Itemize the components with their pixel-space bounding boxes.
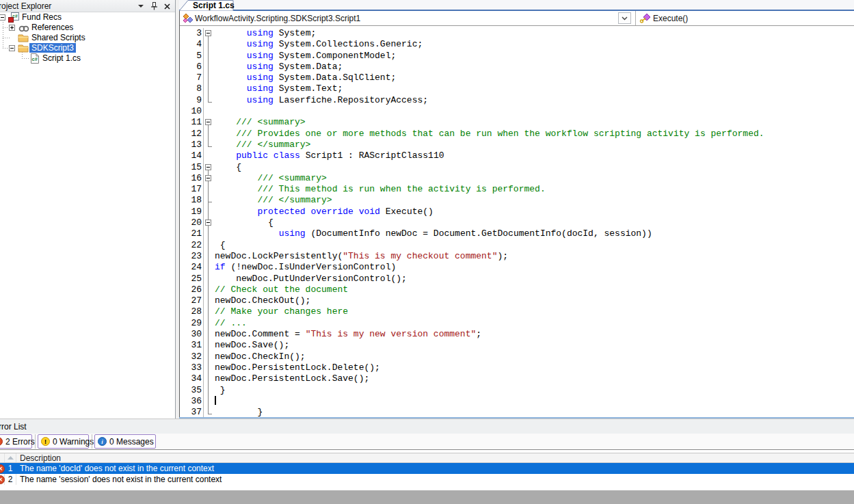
code-text[interactable]: if (!newDoc.IsUnderVersionControl)	[215, 262, 396, 273]
code-line-24[interactable]: 24if (!newDoc.IsUnderVersionControl)	[180, 262, 854, 273]
collapse-icon[interactable]	[9, 45, 15, 51]
code-line-19[interactable]: 19 protected override void Execute()	[180, 207, 854, 217]
code-text[interactable]: newDoc.LockPersistently("This is my chec…	[215, 251, 508, 262]
code-text[interactable]: newDoc.PersistentLock.Save();	[215, 373, 369, 384]
tree-item-shared-scripts[interactable]: Shared Scripts	[0, 33, 175, 43]
error-list-filter-2-errors[interactable]: ✕2 Errors	[0, 434, 32, 449]
description-column-header[interactable]: Description	[16, 453, 854, 462]
code-text[interactable]: using System.Collections.Generic;	[215, 39, 423, 50]
code-text[interactable]: /// <summary>	[215, 173, 327, 184]
code-text[interactable]: newDoc.Comment = "This is my new version…	[215, 329, 481, 340]
collapse-icon[interactable]	[0, 14, 5, 21]
code-text[interactable]: /// </summary>	[215, 140, 310, 150]
code-line-5[interactable]: 5 using System.ComponentModel;	[180, 51, 854, 62]
code-line-13[interactable]: 13 /// </summary>	[180, 140, 854, 150]
code-text[interactable]: /// Provides one or more methods that ca…	[215, 129, 764, 140]
window-position-icon[interactable]	[137, 2, 145, 10]
code-line-30[interactable]: 30newDoc.Comment = "This is my new versi…	[180, 329, 854, 340]
tree-item-label[interactable]: Fund Recs	[20, 12, 64, 22]
code-line-37[interactable]: 37 }	[180, 407, 854, 417]
error-row-2[interactable]: ✕2The name 'session' does not exist in t…	[0, 474, 854, 485]
code-text[interactable]: // Check out the document	[215, 284, 348, 295]
code-line-12[interactable]: 12 /// Provides one or more methods that…	[180, 129, 854, 140]
code-text[interactable]: public class Script1 : RAScriptClass110	[215, 150, 444, 161]
code-text[interactable]: using System.ComponentModel;	[215, 51, 396, 62]
code-line-33[interactable]: 33newDoc.PersistentLock.Delete();	[180, 362, 854, 373]
error-list-filter-0-messages[interactable]: i0 Messages	[94, 434, 156, 449]
code-text[interactable]: newDoc.PersistentLock.Delete();	[215, 362, 380, 373]
code-line-4[interactable]: 4 using System.Collections.Generic;	[180, 39, 854, 50]
class-combobox[interactable]: WorkflowActivity.Scripting.SDKScript3.Sc…	[195, 14, 360, 23]
close-icon[interactable]	[163, 2, 171, 10]
outline-collapse-icon[interactable]	[205, 164, 211, 170]
sort-asc-icon[interactable]	[5, 453, 16, 462]
tree-item-label[interactable]: References	[29, 23, 75, 32]
error-list-filter-0-warnings[interactable]: !0 Warnings	[38, 434, 89, 449]
code-line-18[interactable]: 18 /// </summary>	[180, 195, 854, 206]
pin-icon[interactable]	[150, 2, 158, 10]
code-text[interactable]: using (DocumentInfo newDoc = Document.Ge…	[215, 228, 652, 239]
code-line-32[interactable]: 32newDoc.CheckIn();	[180, 352, 854, 362]
outline-collapse-icon[interactable]	[205, 220, 211, 226]
code-text[interactable]: /// This method is run when the activity…	[215, 184, 546, 195]
class-combobox-dropdown-icon[interactable]	[618, 12, 631, 24]
code-text[interactable]: /// </summary>	[215, 195, 332, 206]
code-line-20[interactable]: 20 {	[180, 217, 854, 228]
error-grid-icon-column-header[interactable]	[0, 453, 5, 462]
tab-script1[interactable]: Script 1.cs	[179, 0, 234, 11]
code-text[interactable]: protected override void Execute()	[215, 207, 433, 217]
code-line-28[interactable]: 28// Make your changes here	[180, 306, 854, 317]
tree-item-script-1-cs[interactable]: c#Script 1.cs	[0, 53, 175, 64]
code-line-11[interactable]: 11 /// <summary>	[180, 117, 854, 128]
code-line-10[interactable]: 10	[180, 106, 854, 117]
outline-collapse-icon[interactable]	[205, 30, 211, 36]
code-text[interactable]: // ...	[215, 318, 247, 329]
tree-item-label[interactable]: SDKScript3	[29, 43, 76, 53]
code-text[interactable]: {	[215, 162, 241, 173]
code-line-21[interactable]: 21 using (DocumentInfo newDoc = Document…	[180, 228, 854, 239]
error-row-1[interactable]: ✕1The name 'docId' does not exist in the…	[0, 463, 854, 474]
tree-item-fund-recs[interactable]: c#Fund Recs	[0, 12, 175, 23]
code-line-31[interactable]: 31newDoc.Save();	[180, 340, 854, 351]
code-text[interactable]: using Laserfiche.RepositoryAccess;	[215, 95, 428, 106]
code-line-3[interactable]: 3 using System;	[180, 28, 854, 39]
code-text[interactable]: newDoc.CheckIn();	[215, 352, 306, 362]
outline-collapse-icon[interactable]	[205, 119, 211, 125]
code-line-6[interactable]: 6 using System.Data;	[180, 62, 854, 72]
code-text[interactable]: {	[215, 240, 226, 251]
code-text[interactable]: newDoc.Save();	[215, 340, 289, 351]
tree-item-sdkscript3[interactable]: SDKScript3	[0, 43, 175, 53]
code-text[interactable]: }	[215, 385, 226, 396]
code-line-17[interactable]: 17 /// This method is run when the activ…	[180, 184, 854, 195]
code-text[interactable]: {	[215, 217, 273, 228]
code-line-36[interactable]: 36	[180, 396, 854, 407]
code-line-16[interactable]: 16 /// <summary>	[180, 173, 854, 184]
code-line-22[interactable]: 22 {	[180, 240, 854, 251]
code-line-34[interactable]: 34newDoc.PersistentLock.Save();	[180, 373, 854, 384]
code-line-26[interactable]: 26// Check out the document	[180, 284, 854, 295]
tree-item-references[interactable]: References	[0, 23, 175, 33]
code-text[interactable]: using System;	[215, 28, 316, 39]
error-grid-header[interactable]: Description	[0, 453, 854, 463]
code-text[interactable]: using System.Data;	[215, 62, 343, 72]
code-text[interactable]	[215, 396, 216, 407]
code-line-25[interactable]: 25 newDoc.PutUnderVersionControl();	[180, 274, 854, 284]
expand-icon[interactable]	[9, 25, 15, 31]
code-line-8[interactable]: 8 using System.Text;	[180, 83, 854, 94]
tree-item-label[interactable]: Script 1.cs	[40, 53, 83, 63]
code-line-14[interactable]: 14 public class Script1 : RAScriptClass1…	[180, 150, 854, 161]
code-text[interactable]: }	[215, 407, 263, 417]
code-text[interactable]: newDoc.PutUnderVersionControl();	[215, 274, 407, 284]
code-text[interactable]: /// <summary>	[215, 117, 306, 128]
code-line-7[interactable]: 7 using System.Data.SqlClient;	[180, 72, 854, 83]
tree-item-label[interactable]: Shared Scripts	[29, 33, 88, 42]
code-text[interactable]: newDoc.CheckOut();	[215, 295, 310, 306]
code-line-35[interactable]: 35 }	[180, 385, 854, 396]
code-line-15[interactable]: 15 {	[180, 162, 854, 173]
code-text[interactable]: using System.Data.SqlClient;	[215, 72, 396, 83]
method-combobox[interactable]: Execute()	[653, 14, 688, 23]
code-line-27[interactable]: 27newDoc.CheckOut();	[180, 295, 854, 306]
code-text[interactable]: using System.Text;	[215, 83, 343, 94]
code-line-23[interactable]: 23newDoc.LockPersistently("This is my ch…	[180, 251, 854, 262]
code-editor[interactable]: 3 using System;4 using System.Collection…	[180, 26, 854, 417]
